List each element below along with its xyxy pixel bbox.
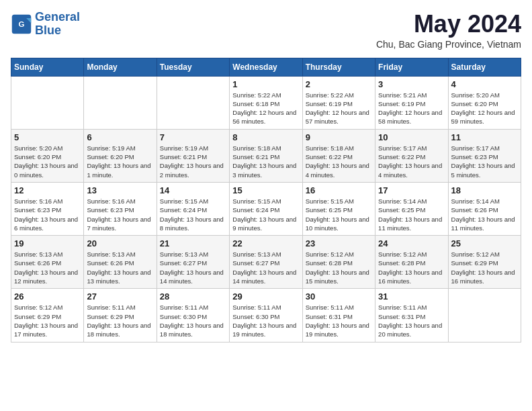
day-info: Sunrise: 5:11 AM Sunset: 6:31 PM Dayligh… bbox=[378, 303, 445, 338]
weekday-header: Sunday bbox=[11, 58, 84, 76]
weekday-header: Thursday bbox=[302, 58, 375, 76]
day-info: Sunrise: 5:18 AM Sunset: 6:22 PM Dayligh… bbox=[306, 144, 372, 179]
day-number: 31 bbox=[378, 291, 445, 302]
day-number: 30 bbox=[306, 291, 372, 302]
calendar-week-row: 12Sunrise: 5:16 AM Sunset: 6:23 PM Dayli… bbox=[11, 182, 521, 235]
day-number: 8 bbox=[232, 132, 299, 142]
day-info: Sunrise: 5:22 AM Sunset: 6:19 PM Dayligh… bbox=[306, 91, 372, 126]
day-number: 12 bbox=[14, 185, 81, 195]
day-number: 19 bbox=[14, 238, 81, 248]
calendar-cell: 22Sunrise: 5:13 AM Sunset: 6:27 PM Dayli… bbox=[230, 236, 302, 289]
day-info: Sunrise: 5:15 AM Sunset: 6:24 PM Dayligh… bbox=[160, 197, 226, 232]
day-number: 6 bbox=[87, 132, 153, 142]
day-number: 18 bbox=[451, 185, 518, 195]
weekday-header: Friday bbox=[375, 58, 448, 76]
day-info: Sunrise: 5:12 AM Sunset: 6:29 PM Dayligh… bbox=[14, 303, 81, 338]
day-number: 10 bbox=[378, 132, 445, 142]
calendar-cell: 16Sunrise: 5:15 AM Sunset: 6:25 PM Dayli… bbox=[302, 182, 375, 235]
day-info: Sunrise: 5:19 AM Sunset: 6:21 PM Dayligh… bbox=[160, 144, 226, 179]
day-number: 16 bbox=[306, 185, 372, 195]
calendar-cell: 11Sunrise: 5:17 AM Sunset: 6:23 PM Dayli… bbox=[448, 129, 521, 182]
logo-icon: G bbox=[11, 13, 32, 35]
logo-line1: General bbox=[35, 10, 80, 24]
day-number: 13 bbox=[87, 185, 153, 195]
calendar-cell: 2Sunrise: 5:22 AM Sunset: 6:19 PM Daylig… bbox=[302, 76, 375, 129]
day-info: Sunrise: 5:12 AM Sunset: 6:28 PM Dayligh… bbox=[306, 250, 372, 285]
day-number: 3 bbox=[378, 79, 445, 89]
calendar-table: SundayMondayTuesdayWednesdayThursdayFrid… bbox=[11, 58, 521, 342]
day-number: 28 bbox=[160, 291, 226, 302]
calendar-cell: 30Sunrise: 5:11 AM Sunset: 6:31 PM Dayli… bbox=[302, 289, 375, 342]
day-number: 14 bbox=[160, 185, 226, 195]
day-number: 11 bbox=[451, 132, 518, 142]
day-info: Sunrise: 5:17 AM Sunset: 6:22 PM Dayligh… bbox=[378, 144, 445, 179]
day-info: Sunrise: 5:14 AM Sunset: 6:25 PM Dayligh… bbox=[378, 197, 445, 232]
day-info: Sunrise: 5:13 AM Sunset: 6:27 PM Dayligh… bbox=[160, 250, 226, 285]
weekday-header-row: SundayMondayTuesdayWednesdayThursdayFrid… bbox=[11, 58, 521, 76]
calendar-cell: 29Sunrise: 5:11 AM Sunset: 6:30 PM Dayli… bbox=[230, 289, 302, 342]
calendar-cell: 15Sunrise: 5:15 AM Sunset: 6:24 PM Dayli… bbox=[230, 182, 302, 235]
day-number: 2 bbox=[306, 79, 372, 89]
day-info: Sunrise: 5:14 AM Sunset: 6:26 PM Dayligh… bbox=[451, 197, 518, 232]
day-number: 21 bbox=[160, 238, 226, 248]
day-info: Sunrise: 5:20 AM Sunset: 6:20 PM Dayligh… bbox=[451, 91, 518, 126]
title-block: May 2024 Chu, Bac Giang Province, Vietna… bbox=[376, 11, 521, 50]
day-number: 24 bbox=[378, 238, 445, 248]
calendar-cell: 23Sunrise: 5:12 AM Sunset: 6:28 PM Dayli… bbox=[302, 236, 375, 289]
svg-text:G: G bbox=[19, 19, 25, 28]
calendar-cell: 25Sunrise: 5:12 AM Sunset: 6:29 PM Dayli… bbox=[448, 236, 521, 289]
calendar-cell: 21Sunrise: 5:13 AM Sunset: 6:27 PM Dayli… bbox=[157, 236, 229, 289]
calendar-cell bbox=[448, 289, 521, 342]
calendar-cell bbox=[157, 76, 229, 129]
day-number: 29 bbox=[232, 291, 299, 302]
day-info: Sunrise: 5:11 AM Sunset: 6:30 PM Dayligh… bbox=[232, 303, 299, 338]
day-number: 9 bbox=[306, 132, 372, 142]
day-info: Sunrise: 5:11 AM Sunset: 6:29 PM Dayligh… bbox=[87, 303, 153, 338]
calendar-week-row: 5Sunrise: 5:20 AM Sunset: 6:20 PM Daylig… bbox=[11, 129, 521, 182]
calendar-cell bbox=[84, 76, 157, 129]
calendar-cell: 14Sunrise: 5:15 AM Sunset: 6:24 PM Dayli… bbox=[157, 182, 229, 235]
day-info: Sunrise: 5:12 AM Sunset: 6:28 PM Dayligh… bbox=[378, 250, 445, 285]
day-number: 17 bbox=[378, 185, 445, 195]
day-info: Sunrise: 5:13 AM Sunset: 6:27 PM Dayligh… bbox=[232, 250, 299, 285]
day-number: 20 bbox=[87, 238, 153, 248]
calendar-cell: 10Sunrise: 5:17 AM Sunset: 6:22 PM Dayli… bbox=[375, 129, 448, 182]
day-info: Sunrise: 5:21 AM Sunset: 6:19 PM Dayligh… bbox=[378, 91, 445, 126]
logo: G General Blue bbox=[11, 11, 80, 38]
day-number: 5 bbox=[14, 132, 81, 142]
day-number: 22 bbox=[232, 238, 299, 248]
day-number: 1 bbox=[232, 79, 299, 89]
calendar-cell bbox=[11, 76, 84, 129]
calendar-cell: 17Sunrise: 5:14 AM Sunset: 6:25 PM Dayli… bbox=[375, 182, 448, 235]
calendar-cell: 28Sunrise: 5:11 AM Sunset: 6:30 PM Dayli… bbox=[157, 289, 229, 342]
calendar-cell: 13Sunrise: 5:16 AM Sunset: 6:23 PM Dayli… bbox=[84, 182, 157, 235]
calendar-cell: 3Sunrise: 5:21 AM Sunset: 6:19 PM Daylig… bbox=[375, 76, 448, 129]
logo-text: General Blue bbox=[35, 11, 80, 38]
calendar-cell: 26Sunrise: 5:12 AM Sunset: 6:29 PM Dayli… bbox=[11, 289, 84, 342]
calendar-cell: 7Sunrise: 5:19 AM Sunset: 6:21 PM Daylig… bbox=[157, 129, 229, 182]
day-info: Sunrise: 5:12 AM Sunset: 6:29 PM Dayligh… bbox=[451, 250, 518, 285]
calendar-cell: 5Sunrise: 5:20 AM Sunset: 6:20 PM Daylig… bbox=[11, 129, 84, 182]
day-number: 23 bbox=[306, 238, 372, 248]
day-number: 7 bbox=[160, 132, 226, 142]
day-info: Sunrise: 5:20 AM Sunset: 6:20 PM Dayligh… bbox=[14, 144, 81, 179]
calendar-cell: 12Sunrise: 5:16 AM Sunset: 6:23 PM Dayli… bbox=[11, 182, 84, 235]
day-info: Sunrise: 5:13 AM Sunset: 6:26 PM Dayligh… bbox=[87, 250, 153, 285]
calendar-cell: 9Sunrise: 5:18 AM Sunset: 6:22 PM Daylig… bbox=[302, 129, 375, 182]
day-info: Sunrise: 5:11 AM Sunset: 6:31 PM Dayligh… bbox=[306, 303, 372, 338]
day-number: 4 bbox=[451, 79, 518, 89]
weekday-header: Wednesday bbox=[230, 58, 302, 76]
day-number: 27 bbox=[87, 291, 153, 302]
calendar-cell: 31Sunrise: 5:11 AM Sunset: 6:31 PM Dayli… bbox=[375, 289, 448, 342]
day-info: Sunrise: 5:16 AM Sunset: 6:23 PM Dayligh… bbox=[87, 197, 153, 232]
calendar-cell: 27Sunrise: 5:11 AM Sunset: 6:29 PM Dayli… bbox=[84, 289, 157, 342]
calendar-cell: 1Sunrise: 5:22 AM Sunset: 6:18 PM Daylig… bbox=[230, 76, 302, 129]
day-info: Sunrise: 5:17 AM Sunset: 6:23 PM Dayligh… bbox=[451, 144, 518, 179]
day-info: Sunrise: 5:16 AM Sunset: 6:23 PM Dayligh… bbox=[14, 197, 81, 232]
calendar-cell: 6Sunrise: 5:19 AM Sunset: 6:20 PM Daylig… bbox=[84, 129, 157, 182]
day-info: Sunrise: 5:15 AM Sunset: 6:24 PM Dayligh… bbox=[232, 197, 299, 232]
day-info: Sunrise: 5:22 AM Sunset: 6:18 PM Dayligh… bbox=[232, 91, 299, 126]
day-info: Sunrise: 5:19 AM Sunset: 6:20 PM Dayligh… bbox=[87, 144, 153, 179]
weekday-header: Saturday bbox=[448, 58, 521, 76]
main-title: May 2024 bbox=[376, 11, 521, 38]
